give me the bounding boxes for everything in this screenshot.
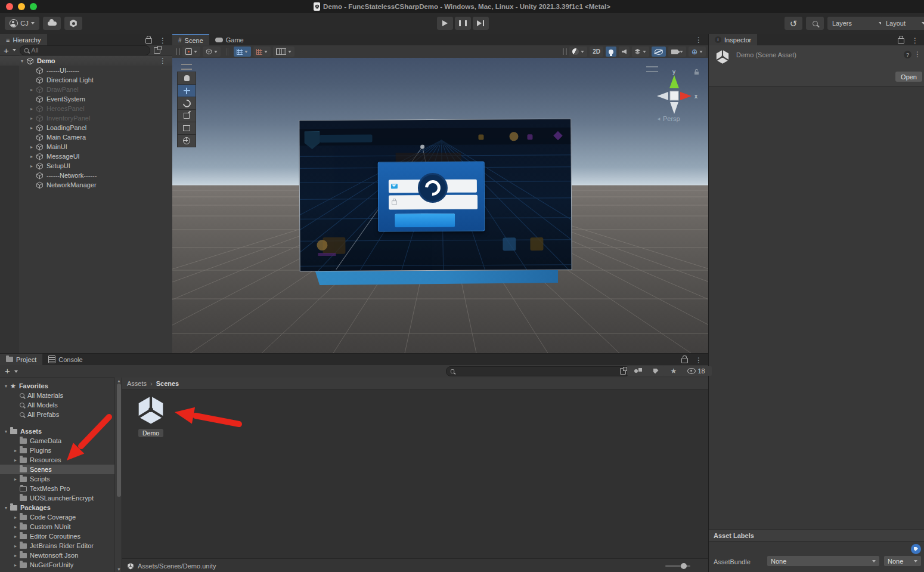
foldout-arrow-icon[interactable] (18, 58, 26, 64)
hierarchy-item[interactable]: NetworkManager (0, 180, 172, 190)
foldout-arrow-icon[interactable] (11, 477, 20, 482)
pause-button[interactable] (455, 17, 471, 30)
gizmo-center-cube[interactable] (670, 91, 678, 100)
project-tree-item[interactable]: Editor Coroutines (0, 531, 114, 541)
overlay-drag-handle[interactable] (181, 64, 192, 70)
orientation-gizmo[interactable]: y x (644, 64, 704, 123)
foldout-arrow-icon[interactable] (27, 106, 36, 112)
project-search-input[interactable] (457, 368, 617, 375)
step-button[interactable] (473, 17, 489, 30)
hierarchy-item[interactable]: ------UI------ (0, 66, 172, 75)
tab-project[interactable]: Project (0, 354, 42, 365)
breadcrumb-root[interactable]: Assets (127, 380, 147, 387)
project-tree-item[interactable]: NuGetForUnity (0, 560, 114, 570)
project-tree-item[interactable]: UOSLauncherEncrypt (0, 493, 114, 503)
camera-settings-dropdown[interactable] (668, 47, 686, 57)
hierarchy-item[interactable]: InventoryPanel (0, 113, 172, 123)
foldout-arrow-icon[interactable] (2, 505, 10, 511)
foldout-arrow-icon[interactable] (2, 384, 10, 389)
breadcrumb-current[interactable]: Scenes (156, 380, 179, 387)
hierarchy-item[interactable]: MessageUI (0, 151, 172, 161)
scene-viewport[interactable]: y x Persp (172, 58, 708, 353)
foldout-arrow-icon[interactable] (11, 562, 20, 568)
hierarchy-item[interactable]: DrawPanel (0, 85, 172, 94)
create-button[interactable]: + (4, 46, 9, 55)
project-tree-item[interactable]: JetBrains Rider Editor (0, 541, 114, 551)
layers-dropdown[interactable]: Layers (827, 17, 887, 30)
kebab-menu-icon[interactable]: ⋮ (914, 51, 921, 58)
lock-icon[interactable] (898, 38, 904, 44)
perspective-label[interactable]: Persp (656, 115, 680, 122)
settings-button[interactable] (64, 17, 82, 30)
move-tool[interactable] (177, 84, 196, 97)
project-tree-item[interactable]: Code Coverage (0, 512, 114, 522)
scrollbar-thumb[interactable] (117, 384, 121, 497)
foldout-arrow-icon[interactable] (27, 163, 36, 169)
project-tree-item[interactable]: Resources (0, 455, 114, 465)
tab-scene[interactable]: # Scene (172, 34, 209, 45)
project-tree-item[interactable]: GameData (0, 436, 114, 446)
scene-visibility-toggle[interactable] (652, 47, 666, 57)
foldout-arrow-icon[interactable] (11, 515, 20, 520)
toolbar-drag-handle[interactable] (563, 48, 567, 55)
scroll-up-icon[interactable]: ▲ (117, 379, 121, 383)
foldout-arrow-icon[interactable] (11, 448, 20, 453)
foldout-arrow-icon[interactable] (27, 154, 36, 159)
hierarchy-item[interactable]: Directional Light (0, 75, 172, 85)
kebab-menu-icon[interactable]: ⋮ (159, 37, 166, 44)
project-content[interactable]: Demo (122, 389, 708, 558)
project-tree-item[interactable]: Scripts (0, 474, 114, 484)
rect-tool[interactable] (177, 122, 196, 135)
hierarchy-search-input[interactable] (31, 47, 145, 54)
hidden-count-button[interactable]: 18 (681, 366, 712, 376)
project-tree-item[interactable]: TextMesh Pro (0, 484, 114, 493)
add-label-button[interactable] (911, 544, 921, 554)
lock-icon[interactable] (681, 358, 688, 363)
lock-icon[interactable] (145, 38, 152, 44)
open-window-icon[interactable] (620, 368, 626, 375)
foldout-arrow-icon[interactable] (11, 543, 20, 549)
kebab-menu-icon[interactable]: ⋮ (911, 37, 919, 44)
hierarchy-item[interactable]: EventSystem (0, 94, 172, 104)
login-button[interactable] (395, 214, 455, 228)
increment-snap-dropdown[interactable] (253, 47, 271, 57)
project-tree-item[interactable]: All Materials (0, 391, 114, 400)
2d-toggle[interactable]: 2D (590, 47, 603, 57)
hierarchy-scene-row[interactable]: Demo ⋮ (0, 56, 172, 66)
tab-hierarchy[interactable]: ≡ Hierarchy (0, 34, 47, 45)
asset-item-demo[interactable]: Demo (131, 394, 171, 437)
assetbundle-dropdown[interactable]: None (767, 556, 879, 566)
foldout-arrow-icon[interactable] (27, 87, 36, 92)
hierarchy-item[interactable]: MainUI (0, 142, 172, 151)
slider-knob[interactable] (681, 563, 687, 569)
transform-tool[interactable] (177, 134, 196, 147)
axis-negx-cone[interactable] (657, 92, 668, 100)
project-tree-item[interactable]: Plugins (0, 446, 114, 455)
game-ui-canvas[interactable] (299, 119, 572, 271)
snap-settings-dropdown[interactable] (273, 47, 294, 57)
hierarchy-item[interactable]: SetupUI (0, 161, 172, 171)
account-dropdown[interactable]: CJ (5, 17, 39, 30)
tab-game[interactable]: Game (209, 34, 250, 45)
draw-mode-dropdown[interactable] (569, 47, 587, 57)
asset-labels-header[interactable]: Asset Labels (709, 529, 924, 542)
project-tree-item[interactable]: Scenes (0, 465, 114, 474)
scale-tool[interactable] (177, 109, 196, 122)
tool-handle-rotation-dropdown[interactable] (203, 47, 221, 57)
scroll-down-icon[interactable]: ▼ (117, 567, 121, 571)
rotate-tool[interactable] (177, 97, 196, 110)
project-tree-item[interactable]: Custom NUnit (0, 522, 114, 531)
hand-tool[interactable] (177, 72, 196, 85)
foldout-arrow-icon[interactable] (27, 144, 36, 150)
hierarchy-search[interactable] (20, 45, 150, 55)
thumbnail-zoom-slider[interactable] (665, 565, 690, 567)
project-tree-item[interactable]: Favorites (0, 381, 114, 391)
scene-effects-dropdown[interactable] (632, 47, 649, 57)
axis-x-cone[interactable] (680, 92, 692, 100)
foldout-arrow-icon[interactable] (11, 534, 20, 539)
create-asset-button[interactable]: + (5, 366, 10, 376)
project-tree-item[interactable]: Packages (0, 503, 114, 512)
search-everything-button[interactable] (806, 17, 824, 30)
scene-lighting-toggle[interactable] (606, 47, 616, 57)
foldout-arrow-icon[interactable] (11, 553, 20, 558)
